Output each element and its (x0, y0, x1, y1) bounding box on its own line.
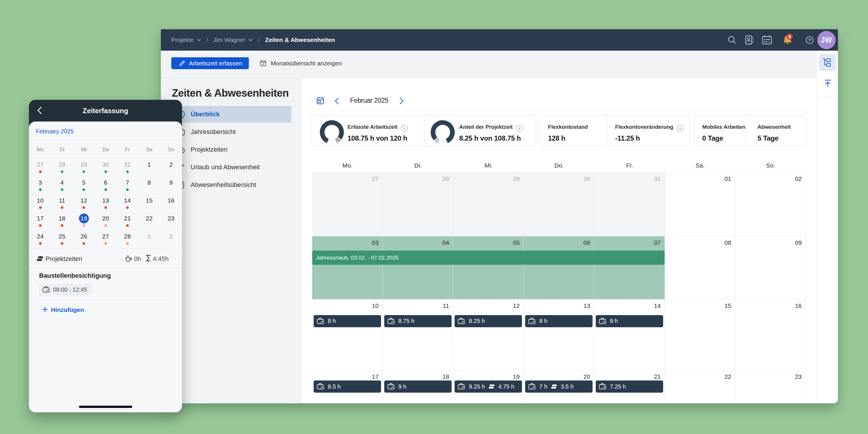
svg-text:9: 9 (788, 34, 791, 39)
svg-text:?: ? (808, 38, 811, 43)
